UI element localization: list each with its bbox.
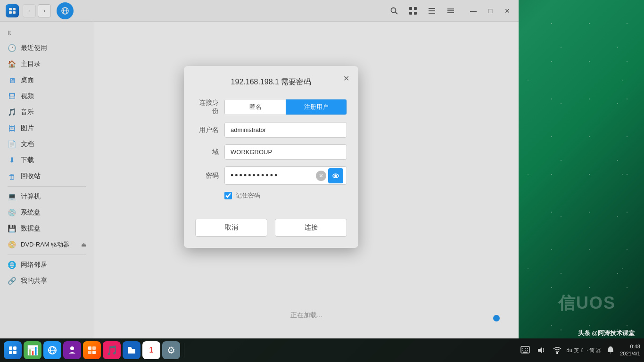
restore-button[interactable]: □ xyxy=(485,5,496,16)
list-view-button[interactable] xyxy=(426,5,438,16)
files-app[interactable] xyxy=(123,341,140,359)
svg-rect-29 xyxy=(88,346,91,350)
svg-rect-30 xyxy=(92,346,96,350)
music-app[interactable]: 🎵 xyxy=(103,341,121,359)
svg-rect-10 xyxy=(414,7,417,10)
connect-button[interactable]: 连接 xyxy=(275,219,347,237)
username-input[interactable] xyxy=(224,122,347,138)
username-input-wrapper xyxy=(224,122,347,138)
sidebar-item-home[interactable]: 🏠 主目录 xyxy=(0,56,94,72)
orange-app[interactable] xyxy=(83,341,101,359)
svg-rect-3 xyxy=(13,11,16,14)
close-button[interactable]: ✕ xyxy=(502,5,513,16)
sidebar-item-pictures[interactable]: 🖼 图片 xyxy=(0,120,94,136)
domain-label: 域 xyxy=(195,148,219,156)
sidebar-item-computer[interactable]: 💻 计算机 xyxy=(0,189,94,205)
uos-watermark: 信UOS xyxy=(558,292,616,315)
browser-button[interactable] xyxy=(57,2,74,19)
taskbar-separator xyxy=(184,343,184,357)
sidebar-item-documents-label: 文档 xyxy=(21,140,34,148)
sidebar-it-text: It xyxy=(0,25,94,40)
sidebar-item-trash-label: 回收站 xyxy=(21,172,41,181)
baidu-label: du xyxy=(567,347,572,353)
sidebar-item-documents[interactable]: 📄 文档 xyxy=(0,136,94,152)
svg-point-42 xyxy=(556,353,558,354)
password-input-wrapper: ✕ xyxy=(224,166,347,185)
my-share-icon: 🔗 xyxy=(8,277,16,285)
svg-rect-24 xyxy=(13,351,17,354)
data-disk-icon: 💾 xyxy=(8,224,16,233)
sidebar-item-system-disk[interactable]: 💿 系统盘 xyxy=(0,205,94,221)
settings-app[interactable]: ⚙ xyxy=(162,341,180,359)
svg-rect-12 xyxy=(414,12,417,15)
toolbar-tools xyxy=(388,5,456,16)
calendar-app[interactable]: 1 xyxy=(142,341,160,359)
svg-point-28 xyxy=(70,346,74,350)
network-icon: 🌐 xyxy=(8,261,16,269)
password-label: 密码 xyxy=(195,172,219,180)
browser-app[interactable] xyxy=(43,341,61,359)
videos-icon: 🎞 xyxy=(8,92,16,100)
smb-auth-dialog: 192.168.198.1 需要密码 ✕ 连接身份 匿名 注册用户 xyxy=(184,66,358,248)
nav-back-button[interactable]: ‹ xyxy=(23,4,36,17)
sidebar-item-network-label: 网络邻居 xyxy=(21,261,47,269)
notification-icon[interactable] xyxy=(604,344,617,357)
datetime-display[interactable]: 0:48 2021/4/1 xyxy=(620,343,640,358)
sidebar-divider-2 xyxy=(8,255,86,255)
app-icon xyxy=(6,4,19,17)
password-clear-button[interactable]: ✕ xyxy=(316,171,326,181)
sidebar-item-network[interactable]: 🌐 网络邻居 xyxy=(0,257,94,273)
grid-view-button[interactable] xyxy=(407,5,419,16)
nav-forward-button[interactable]: › xyxy=(38,4,51,17)
dialog-close-button[interactable]: ✕ xyxy=(340,73,352,84)
sidebar-item-recent[interactable]: 🕐 最近使用 xyxy=(0,40,94,56)
registered-user-button[interactable]: 注册用户 xyxy=(286,99,347,115)
sidebar-item-desktop[interactable]: 🖥 桌面 xyxy=(0,72,94,88)
remember-label[interactable]: 记住密码 xyxy=(236,191,260,200)
domain-row: 域 xyxy=(195,144,347,160)
trash-icon: 🗑 xyxy=(8,172,16,181)
sidebar-item-videos[interactable]: 🎞 视频 xyxy=(0,88,94,104)
search-button[interactable] xyxy=(388,5,400,16)
domain-input[interactable] xyxy=(224,144,347,160)
sidebar-item-dvd-ram-label: DVD-RAM 驱动器 xyxy=(21,240,69,249)
dialog-header: 192.168.198.1 需要密码 ✕ xyxy=(184,66,358,95)
cancel-button[interactable]: 取消 xyxy=(195,219,267,237)
desktop-icon: 🖥 xyxy=(8,76,16,84)
sidebar-item-music[interactable]: 🎵 音乐 xyxy=(0,104,94,120)
svg-point-20 xyxy=(335,175,337,177)
username-label: 用户名 xyxy=(195,126,219,134)
password-toggle-visibility-button[interactable] xyxy=(328,168,343,183)
dialog-body: 连接身份 匿名 注册用户 用户名 xyxy=(184,95,358,219)
minimize-button[interactable]: — xyxy=(468,5,479,16)
sidebar-item-data-disk[interactable]: 💾 数据盘 xyxy=(0,221,94,237)
volume-icon[interactable] xyxy=(535,344,548,357)
network-tray-icon[interactable] xyxy=(551,344,564,357)
taskbar-watermark: 头条 @阿涛技术课堂 xyxy=(578,329,635,337)
identity-label: 连接身份 xyxy=(195,99,219,115)
sidebar-item-my-share[interactable]: 🔗 我的共享 xyxy=(0,273,94,289)
sidebar-item-system-disk-label: 系统盘 xyxy=(21,208,41,217)
input-method-icon[interactable] xyxy=(519,344,532,357)
simple-label: 简 xyxy=(589,347,594,353)
sidebar-item-downloads[interactable]: ⬇ 下载 xyxy=(0,152,94,168)
remember-row: 记住密码 xyxy=(195,191,347,200)
purple-app[interactable] xyxy=(63,341,81,359)
spreadsheet-app[interactable]: 📊 xyxy=(24,341,41,359)
sidebar-item-recent-label: 最近使用 xyxy=(21,44,47,52)
menu-button[interactable] xyxy=(445,5,456,16)
svg-marker-41 xyxy=(538,347,542,354)
launcher-app[interactable] xyxy=(4,341,22,359)
sidebar-item-dvd-ram[interactable]: 📀 DVD-RAM 驱动器 ⏏ xyxy=(0,237,94,253)
username-row: 用户名 xyxy=(195,122,347,138)
password-row: 密码 ✕ xyxy=(195,166,347,185)
remember-checkbox[interactable] xyxy=(224,192,232,199)
tray-text-area[interactable]: du 英 ☾ · 简 器 xyxy=(567,347,602,354)
svg-rect-31 xyxy=(88,351,91,354)
date-display: 2021/4/1 xyxy=(620,350,640,357)
sidebar-item-trash[interactable]: 🗑 回收站 xyxy=(0,168,94,184)
nav-buttons: ‹ › xyxy=(23,4,51,17)
anonymous-button[interactable]: 匿名 xyxy=(225,99,286,115)
computer-icon: 💻 xyxy=(8,192,16,201)
svg-point-7 xyxy=(391,8,396,12)
